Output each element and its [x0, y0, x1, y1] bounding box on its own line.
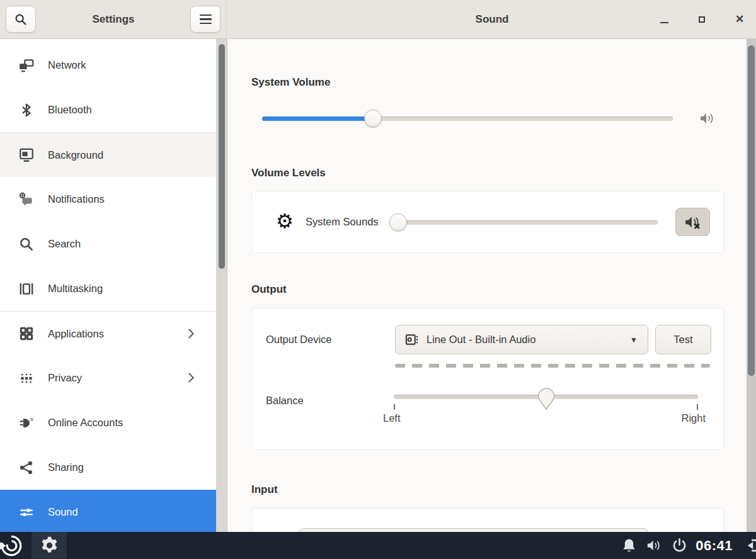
sidebar-item-label: Network	[48, 59, 86, 71]
balance-right-label: Right	[681, 412, 706, 424]
chevron-right-icon	[184, 327, 198, 341]
sidebar-item-label: Multitasking	[48, 283, 103, 295]
svg-text:s: s	[30, 415, 33, 422]
slider-handle[interactable]	[364, 110, 382, 127]
sidebar-item-label: Search	[48, 238, 81, 250]
sound-icon	[18, 504, 35, 521]
sidebar-item-label: Sharing	[48, 461, 84, 473]
balance-row: Balance Left Right	[252, 389, 723, 431]
test-button[interactable]: Test	[655, 325, 711, 354]
output-device-value: Line Out - Built-in Audio	[427, 334, 630, 346]
balance-slider: Left Right	[394, 389, 698, 431]
chevron-right-icon	[184, 371, 198, 385]
drag-separator	[395, 364, 710, 368]
panel-body: System Volume Volume Levels ⚙ Sys	[228, 39, 756, 532]
output-device-label: Output Device	[266, 334, 395, 346]
balance-label: Balance	[266, 389, 394, 431]
sound-panel: Sound ✕ System Volume	[228, 0, 756, 532]
balance-left-label: Left	[383, 412, 401, 424]
system-volume-heading: System Volume	[251, 76, 724, 89]
hamburger-icon	[200, 14, 212, 25]
background-icon	[18, 147, 35, 163]
output-card: Output Device Line Out - Built-in Audio …	[251, 308, 724, 450]
panel-scrollbar-thumb[interactable]	[748, 45, 755, 376]
mute-button[interactable]	[675, 208, 710, 236]
input-card	[251, 508, 724, 532]
close-button[interactable]: ✕	[732, 12, 747, 27]
sidebar-item-label: Applications	[48, 328, 104, 340]
minimize-button[interactable]	[656, 12, 672, 27]
maximize-icon	[699, 16, 705, 23]
clock[interactable]: 06:41	[696, 538, 733, 554]
gear-icon	[39, 535, 60, 556]
output-device-dropdown[interactable]: Line Out - Built-in Audio ▼	[395, 325, 648, 354]
power-icon[interactable]	[671, 537, 688, 554]
sidebar-item-label: Privacy	[48, 372, 82, 384]
sharing-icon	[18, 460, 35, 476]
sidebar-item-label: Bluetooth	[48, 104, 92, 116]
gear-icon: ⚙	[276, 212, 297, 233]
sidebar-item-sharing[interactable]: Sharing	[0, 445, 217, 490]
balance-tick-right	[697, 404, 698, 410]
sidebar-item-bluetooth[interactable]: Bluetooth	[0, 88, 217, 132]
sidebar-item-applications[interactable]: Applications	[0, 311, 217, 356]
notifications-icon	[18, 191, 35, 208]
sidebar-item-label: Notifications	[48, 193, 105, 205]
output-device-row: Output Device Line Out - Built-in Audio …	[252, 325, 723, 354]
sidebar-item-background[interactable]: Background	[0, 132, 217, 177]
system-volume-row	[251, 110, 724, 127]
sidebar-item-online-accounts[interactable]: s Online Accounts	[0, 400, 217, 445]
menu-button[interactable]	[190, 6, 220, 33]
search-icon	[18, 236, 35, 252]
sidebar-header: Settings	[0, 0, 227, 39]
speaker-muted-icon	[684, 214, 702, 230]
taskbar: 06:41	[0, 532, 756, 559]
logout-icon[interactable]	[746, 537, 756, 554]
sidebar-item-privacy[interactable]: Privacy	[0, 356, 217, 400]
settings-window: Settings Network Bluetooth	[0, 0, 756, 532]
speaker-icon	[699, 110, 716, 127]
sidebar-scrollbar-thumb[interactable]	[219, 44, 225, 269]
sound-settings-content: System Volume Volume Levels ⚙ Sys	[251, 39, 724, 532]
slider-fill	[262, 116, 373, 121]
sidebar-item-label: Sound	[48, 506, 78, 518]
maximize-button[interactable]	[694, 12, 709, 27]
sidebar-item-network[interactable]: Network	[0, 43, 217, 88]
input-heading: Input	[251, 483, 724, 496]
dropdown-caret-icon: ▼	[630, 336, 638, 344]
panel-header: Sound ✕	[228, 0, 756, 39]
system-sounds-card: ⚙ System Sounds	[251, 191, 724, 253]
online-accounts-icon: s	[18, 415, 35, 431]
sidebar-list: Network Bluetooth Background	[0, 39, 227, 532]
sidebar: Settings Network Bluetooth	[0, 0, 227, 532]
notifications-bell-icon[interactable]	[621, 537, 638, 554]
minimize-icon	[660, 22, 668, 24]
balance-handle[interactable]	[537, 387, 556, 412]
multitasking-icon	[18, 281, 35, 297]
volume-icon[interactable]	[646, 537, 663, 554]
slider-handle[interactable]	[389, 213, 407, 231]
distro-logo-icon[interactable]	[0, 534, 25, 558]
sidebar-item-search[interactable]: Search	[0, 222, 217, 266]
sidebar-item-notifications[interactable]: Notifications	[0, 177, 217, 222]
settings-app-button[interactable]	[32, 532, 67, 559]
sidebar-item-multitasking[interactable]: Multitasking	[0, 266, 217, 311]
test-button-label: Test	[673, 334, 692, 346]
system-sounds-label: System Sounds	[306, 216, 379, 228]
system-volume-slider	[262, 110, 673, 127]
network-icon	[18, 57, 35, 74]
slider-track[interactable]	[393, 220, 658, 225]
output-heading: Output	[251, 283, 724, 296]
privacy-icon	[18, 370, 35, 387]
system-sounds-slider	[393, 213, 658, 231]
audio-card-icon	[404, 332, 419, 347]
sidebar-item-label: Online Accounts	[48, 417, 123, 429]
bluetooth-icon	[18, 102, 35, 118]
balance-tick-left	[394, 404, 395, 410]
window-controls: ✕	[656, 0, 747, 38]
applications-icon	[18, 325, 35, 342]
sidebar-item-label: Background	[48, 149, 103, 161]
volume-levels-heading: Volume Levels	[251, 166, 724, 179]
sidebar-item-sound[interactable]: Sound	[0, 490, 217, 532]
